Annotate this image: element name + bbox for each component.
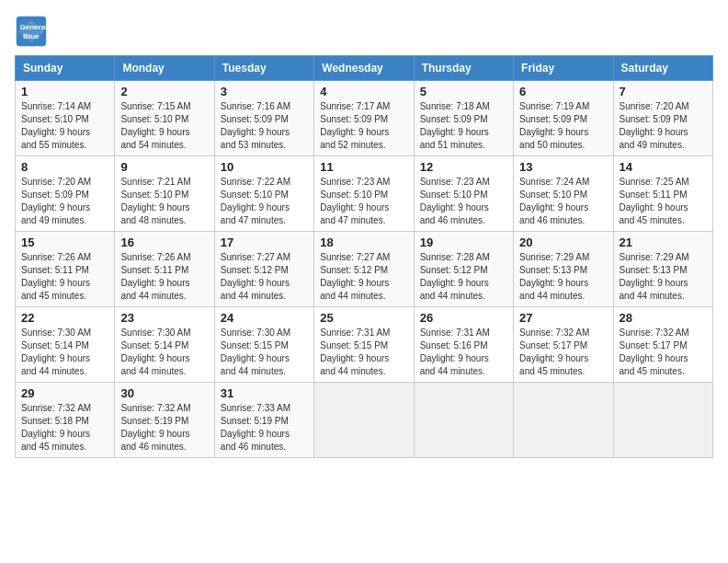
calendar-day-cell: 27Sunrise: 7:32 AM Sunset: 5:17 PM Dayli… [514,307,613,383]
day-info: Sunrise: 7:23 AM Sunset: 5:10 PM Dayligh… [320,176,407,227]
day-info: Sunrise: 7:15 AM Sunset: 5:10 PM Dayligh… [120,100,208,152]
day-number: 4 [320,85,407,98]
calendar-day-cell: 9Sunrise: 7:21 AM Sunset: 5:10 PM Daylig… [115,156,214,232]
day-info: Sunrise: 7:26 AM Sunset: 5:11 PM Dayligh… [21,251,108,303]
day-number: 29 [21,386,108,400]
day-of-week-header: Friday [514,56,613,81]
day-number: 23 [120,311,208,325]
day-number: 20 [519,236,607,249]
calendar-day-cell [613,383,712,458]
day-of-week-header: Monday [115,56,214,81]
day-info: Sunrise: 7:25 AM Sunset: 5:11 PM Dayligh… [620,176,707,227]
day-of-week-header: Saturday [613,56,712,81]
day-number: 31 [221,386,308,400]
day-number: 24 [221,311,308,325]
day-info: Sunrise: 7:16 AM Sunset: 5:09 PM Dayligh… [221,100,308,152]
calendar-week-row: 1Sunrise: 7:14 AM Sunset: 5:10 PM Daylig… [16,81,713,156]
calendar-day-cell: 12Sunrise: 7:23 AM Sunset: 5:10 PM Dayli… [414,156,513,232]
day-info: Sunrise: 7:29 AM Sunset: 5:13 PM Dayligh… [620,251,707,303]
calendar-day-cell [314,383,414,458]
day-info: Sunrise: 7:32 AM Sunset: 5:18 PM Dayligh… [21,402,108,454]
day-number: 9 [120,160,208,174]
day-info: Sunrise: 7:23 AM Sunset: 5:10 PM Dayligh… [420,176,507,227]
day-info: Sunrise: 7:29 AM Sunset: 5:13 PM Dayligh… [519,251,607,303]
day-info: Sunrise: 7:32 AM Sunset: 5:19 PM Dayligh… [120,402,208,454]
calendar-header-row: SundayMondayTuesdayWednesdayThursdayFrid… [16,56,713,81]
svg-text:General: General [19,23,47,31]
calendar-day-cell: 17Sunrise: 7:27 AM Sunset: 5:12 PM Dayli… [214,232,313,307]
day-of-week-header: Wednesday [314,56,414,81]
calendar-day-cell: 29Sunrise: 7:32 AM Sunset: 5:18 PM Dayli… [16,383,115,458]
day-number: 5 [420,85,507,98]
calendar-day-cell: 4Sunrise: 7:17 AM Sunset: 5:09 PM Daylig… [314,81,414,156]
day-number: 22 [21,311,108,325]
calendar-day-cell [414,383,513,458]
day-number: 19 [420,236,507,249]
calendar-day-cell: 16Sunrise: 7:26 AM Sunset: 5:11 PM Dayli… [115,232,214,307]
calendar-day-cell: 8Sunrise: 7:20 AM Sunset: 5:09 PM Daylig… [16,156,115,232]
day-number: 10 [221,160,308,174]
calendar-day-cell: 1Sunrise: 7:14 AM Sunset: 5:10 PM Daylig… [16,81,115,156]
day-number: 7 [620,85,707,98]
calendar-day-cell: 14Sunrise: 7:25 AM Sunset: 5:11 PM Dayli… [613,156,712,232]
day-info: Sunrise: 7:26 AM Sunset: 5:11 PM Dayligh… [120,251,208,303]
calendar-week-row: 29Sunrise: 7:32 AM Sunset: 5:18 PM Dayli… [16,383,713,458]
day-number: 1 [21,85,108,98]
day-number: 8 [21,160,108,174]
day-info: Sunrise: 7:24 AM Sunset: 5:10 PM Dayligh… [519,176,607,227]
day-info: Sunrise: 7:28 AM Sunset: 5:12 PM Dayligh… [420,251,507,303]
logo-icon: General Blue [15,15,48,48]
calendar-day-cell: 11Sunrise: 7:23 AM Sunset: 5:10 PM Dayli… [314,156,414,232]
day-number: 27 [519,311,607,325]
calendar-day-cell: 20Sunrise: 7:29 AM Sunset: 5:13 PM Dayli… [514,232,613,307]
svg-text:Blue: Blue [23,32,40,40]
calendar-day-cell: 5Sunrise: 7:18 AM Sunset: 5:09 PM Daylig… [414,81,513,156]
day-info: Sunrise: 7:20 AM Sunset: 5:09 PM Dayligh… [620,100,707,152]
day-info: Sunrise: 7:19 AM Sunset: 5:09 PM Dayligh… [519,100,607,152]
day-info: Sunrise: 7:30 AM Sunset: 5:15 PM Dayligh… [221,327,308,378]
day-info: Sunrise: 7:21 AM Sunset: 5:10 PM Dayligh… [120,176,208,227]
calendar-day-cell: 31Sunrise: 7:33 AM Sunset: 5:19 PM Dayli… [214,383,313,458]
page-header: General Blue [15,15,713,48]
day-number: 18 [320,236,407,249]
day-info: Sunrise: 7:20 AM Sunset: 5:09 PM Dayligh… [21,176,108,227]
calendar-day-cell [514,383,613,458]
calendar-day-cell: 21Sunrise: 7:29 AM Sunset: 5:13 PM Dayli… [613,232,712,307]
day-info: Sunrise: 7:14 AM Sunset: 5:10 PM Dayligh… [21,100,108,152]
calendar-week-row: 8Sunrise: 7:20 AM Sunset: 5:09 PM Daylig… [16,156,713,232]
day-info: Sunrise: 7:31 AM Sunset: 5:16 PM Dayligh… [420,327,507,378]
day-of-week-header: Tuesday [214,56,313,81]
calendar-day-cell: 3Sunrise: 7:16 AM Sunset: 5:09 PM Daylig… [214,81,313,156]
calendar-day-cell: 28Sunrise: 7:32 AM Sunset: 5:17 PM Dayli… [613,307,712,383]
day-number: 13 [519,160,607,174]
calendar-table: SundayMondayTuesdayWednesdayThursdayFrid… [15,55,713,458]
calendar-day-cell: 23Sunrise: 7:30 AM Sunset: 5:14 PM Dayli… [115,307,214,383]
day-number: 2 [120,85,208,98]
day-number: 21 [620,236,707,249]
day-info: Sunrise: 7:27 AM Sunset: 5:12 PM Dayligh… [320,251,407,303]
day-info: Sunrise: 7:18 AM Sunset: 5:09 PM Dayligh… [420,100,507,152]
day-of-week-header: Sunday [16,56,115,81]
day-of-week-header: Thursday [414,56,513,81]
calendar-day-cell: 7Sunrise: 7:20 AM Sunset: 5:09 PM Daylig… [613,81,712,156]
logo: General Blue [15,15,48,48]
calendar-day-cell: 15Sunrise: 7:26 AM Sunset: 5:11 PM Dayli… [16,232,115,307]
day-info: Sunrise: 7:22 AM Sunset: 5:10 PM Dayligh… [221,176,308,227]
calendar-day-cell: 30Sunrise: 7:32 AM Sunset: 5:19 PM Dayli… [115,383,214,458]
calendar-day-cell: 26Sunrise: 7:31 AM Sunset: 5:16 PM Dayli… [414,307,513,383]
day-info: Sunrise: 7:33 AM Sunset: 5:19 PM Dayligh… [221,402,308,454]
day-number: 15 [21,236,108,249]
calendar-week-row: 22Sunrise: 7:30 AM Sunset: 5:14 PM Dayli… [16,307,713,383]
day-info: Sunrise: 7:30 AM Sunset: 5:14 PM Dayligh… [21,327,108,378]
calendar-day-cell: 13Sunrise: 7:24 AM Sunset: 5:10 PM Dayli… [514,156,613,232]
calendar-day-cell: 22Sunrise: 7:30 AM Sunset: 5:14 PM Dayli… [16,307,115,383]
calendar-day-cell: 25Sunrise: 7:31 AM Sunset: 5:15 PM Dayli… [314,307,414,383]
day-info: Sunrise: 7:27 AM Sunset: 5:12 PM Dayligh… [221,251,308,303]
day-number: 16 [120,236,208,249]
day-number: 26 [420,311,507,325]
day-number: 17 [221,236,308,249]
calendar-day-cell: 19Sunrise: 7:28 AM Sunset: 5:12 PM Dayli… [414,232,513,307]
day-number: 6 [519,85,607,98]
day-number: 3 [221,85,308,98]
day-info: Sunrise: 7:30 AM Sunset: 5:14 PM Dayligh… [120,327,208,378]
